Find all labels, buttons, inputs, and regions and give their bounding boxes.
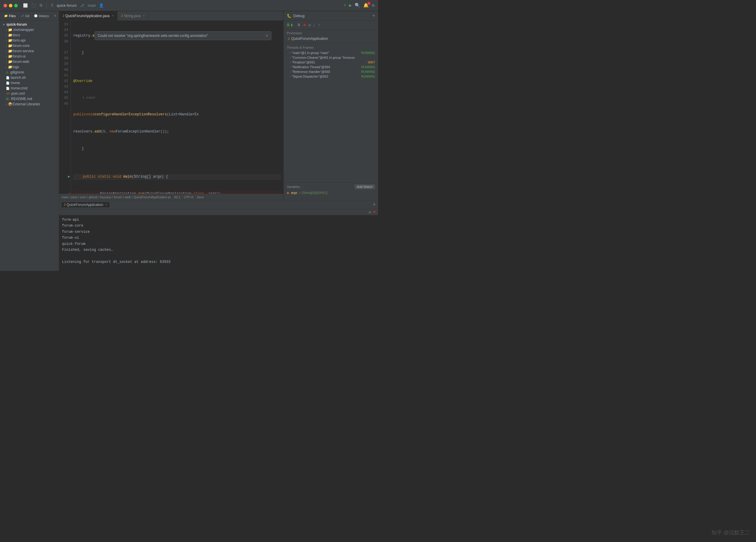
debug-process-item[interactable]: J QuickForumApplication — [287, 36, 375, 41]
variable-icon: ◆ — [287, 191, 289, 195]
close-button[interactable] — [4, 4, 7, 7]
thread-item-main[interactable]: › "main"@1 in group "main" RUNNING — [284, 50, 378, 55]
run-icon[interactable]: ▶ — [349, 3, 352, 8]
tree-item-external[interactable]: › 📦 External Libraries — [0, 102, 59, 107]
process-name: QuickForumApplication — [291, 37, 328, 41]
tree-item-readme[interactable]: M↓ README.md — [0, 96, 59, 102]
code-line-36: @Override — [73, 79, 281, 84]
tab-quickforumapplication[interactable]: J QuickForumApplication.java × — [59, 11, 118, 20]
chevron-right-icon: › — [6, 60, 7, 63]
resume-button[interactable]: ⏸⏵ — [286, 23, 294, 27]
collapse-icon: ▼ — [2, 23, 5, 26]
debug-title: Debug — [293, 14, 370, 18]
threads-section: Threads & Frames › "main"@1 in group "ma… — [284, 43, 378, 182]
settings-icon[interactable]: ⚙ — [372, 3, 374, 8]
tree-item-logs[interactable]: › 📁 logs — [0, 64, 59, 70]
tree-item-mvnw[interactable]: 📄 mvnw — [0, 80, 59, 86]
tree-label: README.md — [11, 97, 32, 101]
tree-root[interactable]: ▼ quick-forum — [0, 22, 59, 27]
debug-header: 🐛 Debug + — [284, 11, 378, 21]
thread-item-cleaner[interactable]: › "Common-Cleaner"@401 in group "Innocuo — [284, 55, 378, 60]
profile-icon[interactable]: 👤 — [99, 3, 104, 8]
thread-item-signal[interactable]: › "Signal Dispatcher"@562 RUNNING — [284, 74, 378, 79]
sidebar-tab-files-label: Files — [9, 14, 16, 18]
sidebar-tabs: 📁 Files ⎇ Git 🕐 History + — [0, 11, 59, 21]
tree-label: docs — [12, 33, 20, 37]
terminal-refresh-button[interactable]: ↺ — [369, 210, 371, 215]
sidebar-tab-files[interactable]: 📁 Files — [2, 14, 17, 18]
tab-string[interactable]: J String.java × — [118, 11, 149, 20]
sidebar-tab-git[interactable]: ⎇ Git — [19, 14, 31, 18]
java-file-icon: J — [121, 14, 123, 17]
branch-icon: ⎇ — [80, 3, 84, 8]
tree-item-forum-ui[interactable]: › 📁 forum-ui — [0, 54, 59, 59]
tree-item-forum-core[interactable]: › 📁 forum-core — [0, 43, 59, 48]
tab-label: String.java — [124, 14, 141, 18]
terminal-tabs: J QuickForumApplication × + — [59, 200, 378, 209]
folder-icon: 📁 — [8, 60, 12, 64]
main-layout: 📁 Files ⎇ Git 🕐 History + ▼ quick-forum … — [0, 11, 378, 271]
split-icon[interactable]: ⧉ — [40, 3, 42, 8]
thread-expand-icon: › — [290, 51, 291, 54]
step-over-button[interactable]: ↓ — [313, 23, 315, 27]
stop-button[interactable]: ■ — [303, 23, 306, 27]
sidebar-toggle-icon[interactable]: ⬜ — [23, 3, 28, 8]
editor-content[interactable]: Could not resolve "org.springframework.w… — [59, 21, 283, 194]
layout-icon[interactable]: ⬛ — [31, 3, 36, 8]
tree-item-gitignore[interactable]: ⊙ .gitignore — [0, 70, 59, 75]
tree-item-mvn[interactable]: › 📁 .mvn/wrapper — [0, 27, 59, 32]
terminal-add-button[interactable]: + — [373, 202, 376, 208]
file-icon: 📄 — [6, 76, 9, 79]
search-icon[interactable]: 🔍 — [355, 3, 360, 8]
thread-name: "Notification Thread"@364 — [292, 65, 360, 69]
tree-item-forum-web[interactable]: › 📁 forum-web — [0, 59, 59, 64]
thread-item-finalizer[interactable]: › "Finalizer"@561 WAIT — [284, 60, 378, 65]
chevron-right-icon: › — [6, 34, 7, 37]
editor-tabs: J QuickForumApplication.java × J String.… — [59, 11, 283, 21]
sidebar-add-button[interactable]: + — [54, 14, 56, 18]
debug-panel: 🐛 Debug + ⏸⏵ ⏸ ■ ↺ ↓ ↑ Processes J Qui — [283, 11, 378, 200]
rerun-button[interactable]: ↺ — [308, 22, 310, 27]
terminal-stop-button[interactable]: ■ — [373, 210, 376, 215]
code-line-34: } — [73, 50, 281, 56]
terminal-tab-close-button[interactable]: × — [106, 203, 107, 206]
tree-item-form-api[interactable]: › 📁 form-api — [0, 38, 59, 43]
thread-expand-icon: › — [290, 56, 291, 59]
tab-close-button[interactable]: × — [112, 14, 114, 17]
sidebar-tab-history[interactable]: 🕐 History — [32, 14, 50, 18]
step-up-button[interactable]: ↑ — [318, 23, 320, 27]
variables-section: Variables Add Watch ◆ args = {String[0]@… — [284, 182, 378, 200]
debug-icon: 🐛 — [287, 14, 291, 18]
minimize-button[interactable] — [9, 4, 12, 7]
chevron-right-icon: › — [6, 28, 7, 32]
file-path: main / java / com / github / liuyueyi / … — [61, 195, 170, 199]
terminal-tab-label: QuickForumApplication — [67, 203, 103, 207]
thread-item-notification[interactable]: › "Notification Thread"@364 RUNNING — [284, 65, 378, 69]
add-watch-button[interactable]: Add Watch — [355, 185, 375, 189]
lightning-icon[interactable]: ⚡ — [343, 3, 346, 8]
terminal-line: forum-service — [62, 229, 375, 235]
thread-item-reference[interactable]: › "Reference Handler"@560 RUNNING — [284, 69, 378, 74]
tree-item-launch[interactable]: 📄 launch.sh — [0, 75, 59, 80]
tree-item-pom[interactable]: </> pom.xml — [0, 91, 59, 96]
chevron-right-icon: › — [6, 44, 7, 48]
chevron-right-icon: › — [6, 103, 7, 106]
pause-button[interactable]: ⏸ — [297, 23, 301, 27]
grid-icon[interactable]: ⠿ — [51, 3, 54, 8]
notification-close-button[interactable]: × — [266, 33, 268, 38]
chevron-right-icon: › — [6, 55, 7, 58]
sidebar-tree: ▼ quick-forum › 📁 .mvn/wrapper › 📁 docs … — [0, 21, 59, 271]
terminal-tab-quickforum[interactable]: J QuickForumApplication × — [61, 202, 110, 208]
debug-add-button[interactable]: + — [372, 13, 375, 19]
maximize-button[interactable] — [14, 4, 18, 7]
terminal-toolbar: ↺ ■ — [59, 209, 378, 215]
xml-icon: </> — [6, 92, 10, 95]
code-lines: registry.addInterceptor(globalViewInterc… — [71, 21, 283, 194]
tree-item-forum-service[interactable]: › 📁 forum-service — [0, 48, 59, 54]
notification-icon[interactable]: 🔔 1 — [363, 3, 369, 8]
tab-close-button[interactable]: × — [143, 14, 145, 17]
code-line-42: SpringApplication.run(QuickForumApplicat… — [73, 191, 281, 194]
terminal-content: form-api forum-core forum-service forum-… — [59, 215, 378, 271]
tree-item-mvnw-cmd[interactable]: 📄 mvnw.cmd — [0, 86, 59, 91]
tree-item-docs[interactable]: › 📁 docs — [0, 32, 59, 38]
